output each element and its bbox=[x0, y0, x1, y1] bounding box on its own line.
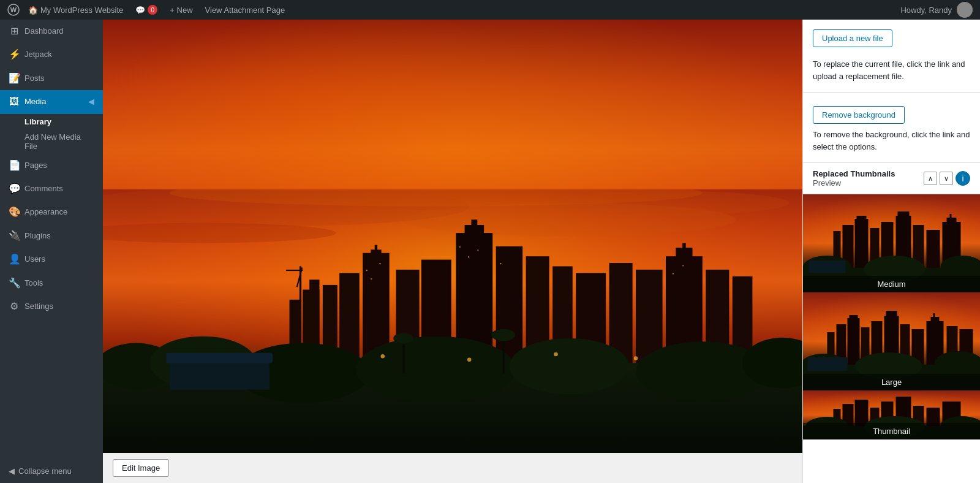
edit-image-button[interactable]: Edit Image bbox=[113, 459, 169, 477]
avatar[interactable] bbox=[957, 2, 973, 18]
svg-rect-55 bbox=[477, 249, 478, 251]
site-name-text: My WordPress Website bbox=[40, 6, 123, 15]
sidebar-item-pages[interactable]: 📄 Pages bbox=[0, 154, 103, 177]
svg-rect-22 bbox=[496, 246, 523, 367]
thumbnail-small[interactable]: Thumbnail bbox=[803, 390, 980, 439]
view-attachment-link[interactable]: View Attachment Page bbox=[199, 0, 292, 20]
svg-rect-67 bbox=[857, 216, 867, 221]
sidebar-item-tools[interactable]: 🔧 Tools bbox=[0, 272, 103, 295]
svg-rect-95 bbox=[933, 313, 935, 318]
plugins-icon: 🔌 bbox=[9, 229, 20, 243]
svg-rect-16 bbox=[375, 245, 377, 252]
home-icon: 🏠 bbox=[28, 6, 38, 15]
sidebar-label-users: Users bbox=[24, 254, 45, 265]
comments-icon: 💬 bbox=[9, 182, 20, 196]
remove-background-button[interactable]: Remove background bbox=[813, 106, 905, 124]
thumbnail-large[interactable]: Large bbox=[803, 292, 980, 390]
svg-rect-56 bbox=[500, 263, 501, 264]
sidebar: ⊞ Dashboard ⚡ Jetpack 📝 Posts 🖼 Media ◀ … bbox=[0, 20, 103, 483]
sidebar-item-media[interactable]: 🖼 Media ◀ bbox=[0, 90, 103, 113]
appearance-icon: 🎨 bbox=[9, 205, 20, 219]
sidebar-sub-library[interactable]: Library bbox=[0, 114, 103, 129]
expand-thumbnails-button[interactable]: ∨ bbox=[940, 172, 953, 185]
tools-icon: 🔧 bbox=[9, 276, 20, 290]
upload-section: Upload a new file To replace the current… bbox=[803, 20, 980, 93]
thumbnails-info-button[interactable]: i bbox=[956, 171, 970, 186]
svg-rect-57 bbox=[673, 273, 674, 274]
thumbnails-title: Replaced Thumbnails bbox=[813, 169, 924, 178]
svg-rect-54 bbox=[468, 256, 469, 257]
svg-rect-102 bbox=[808, 357, 848, 371]
sidebar-item-plugins[interactable]: 🔌 Plugins bbox=[0, 224, 103, 248]
posts-icon: 📝 bbox=[9, 72, 20, 85]
svg-rect-71 bbox=[898, 211, 910, 218]
settings-icon: ⚙ bbox=[9, 300, 20, 313]
svg-point-59 bbox=[381, 354, 385, 359]
svg-rect-81 bbox=[809, 261, 846, 273]
svg-point-62 bbox=[634, 356, 638, 360]
sidebar-item-settings[interactable]: ⚙ Settings bbox=[0, 295, 103, 318]
media-arrow-icon: ◀ bbox=[88, 96, 94, 107]
image-container bbox=[103, 20, 802, 453]
new-content-link[interactable]: + New bbox=[164, 0, 198, 20]
remove-bg-section: Remove background To remove the backgrou… bbox=[803, 93, 980, 163]
collapse-menu[interactable]: ◀ Collapse menu bbox=[0, 459, 103, 483]
wp-logo[interactable]: W bbox=[7, 4, 20, 16]
sidebar-label-settings: Settings bbox=[24, 301, 53, 312]
thumbnails-header: Replaced Thumbnails Preview ∧ ∨ i bbox=[803, 163, 980, 194]
thumbnail-controls: ∧ ∨ i bbox=[924, 171, 970, 186]
collapse-thumbnails-button[interactable]: ∧ bbox=[924, 172, 937, 185]
sidebar-sub-add-new[interactable]: Add New Media File bbox=[0, 129, 103, 154]
sidebar-label-posts: Posts bbox=[24, 73, 45, 84]
sidebar-label-comments: Comments bbox=[24, 183, 63, 194]
collapse-label: Collapse menu bbox=[18, 466, 72, 476]
library-label: Library bbox=[24, 117, 51, 126]
sidebar-item-jetpack[interactable]: ⚡ Jetpack bbox=[0, 43, 103, 66]
svg-rect-58 bbox=[682, 265, 684, 266]
sidebar-item-dashboard[interactable]: ⊞ Dashboard bbox=[0, 20, 103, 43]
svg-rect-44 bbox=[402, 340, 404, 373]
comments-link[interactable]: 💬 0 bbox=[129, 0, 164, 20]
svg-rect-30 bbox=[682, 243, 685, 249]
svg-rect-86 bbox=[850, 315, 858, 320]
site-name-link[interactable]: 🏠 My WordPress Website bbox=[22, 0, 129, 20]
svg-rect-53 bbox=[459, 246, 461, 248]
svg-rect-46 bbox=[503, 337, 505, 373]
sidebar-item-comments[interactable]: 💬 Comments bbox=[0, 177, 103, 200]
svg-rect-50 bbox=[366, 270, 368, 271]
view-attachment-text: View Attachment Page bbox=[205, 6, 285, 15]
svg-point-41 bbox=[509, 338, 629, 394]
image-area: Edit Image bbox=[103, 20, 802, 483]
comments-count: 0 bbox=[148, 5, 157, 15]
svg-rect-51 bbox=[371, 278, 372, 280]
sidebar-label-dashboard: Dashboard bbox=[24, 26, 64, 37]
upload-new-file-button[interactable]: Upload a new file bbox=[813, 29, 892, 47]
sidebar-item-appearance[interactable]: 🎨 Appearance bbox=[0, 200, 103, 224]
adminbar-right: Howdy, Randy bbox=[900, 2, 973, 18]
add-new-label: Add New Media File bbox=[24, 132, 94, 151]
svg-point-8 bbox=[549, 191, 790, 215]
sidebar-label-pages: Pages bbox=[24, 160, 47, 171]
jetpack-icon: ⚡ bbox=[9, 48, 20, 61]
svg-rect-52 bbox=[379, 263, 380, 264]
sidebar-label-tools: Tools bbox=[24, 278, 43, 289]
new-label: + New bbox=[170, 6, 192, 15]
svg-point-61 bbox=[554, 352, 558, 357]
svg-point-60 bbox=[467, 357, 472, 362]
thumbnail-large-label: Large bbox=[803, 374, 980, 390]
thumbnail-medium[interactable]: Medium bbox=[803, 194, 980, 292]
sidebar-item-posts[interactable]: 📝 Posts bbox=[0, 67, 103, 90]
sidebar-item-users[interactable]: 👤 Users bbox=[0, 248, 103, 271]
right-panel: Upload a new file To replace the current… bbox=[802, 20, 980, 483]
svg-point-40 bbox=[356, 337, 516, 403]
comment-icon: 💬 bbox=[135, 6, 145, 15]
users-icon: 👤 bbox=[9, 253, 20, 266]
dashboard-icon: ⊞ bbox=[9, 25, 20, 38]
svg-point-47 bbox=[491, 329, 515, 341]
sidebar-label-plugins: Plugins bbox=[24, 230, 51, 242]
thumbnails-subtitle: Preview bbox=[813, 178, 924, 188]
admin-bar: W 🏠 My WordPress Website 💬 0 + New View … bbox=[0, 0, 980, 20]
remove-bg-description: To remove the background, click the link… bbox=[813, 129, 970, 153]
sidebar-label-media: Media bbox=[24, 96, 46, 107]
skyline-svg bbox=[103, 189, 802, 453]
